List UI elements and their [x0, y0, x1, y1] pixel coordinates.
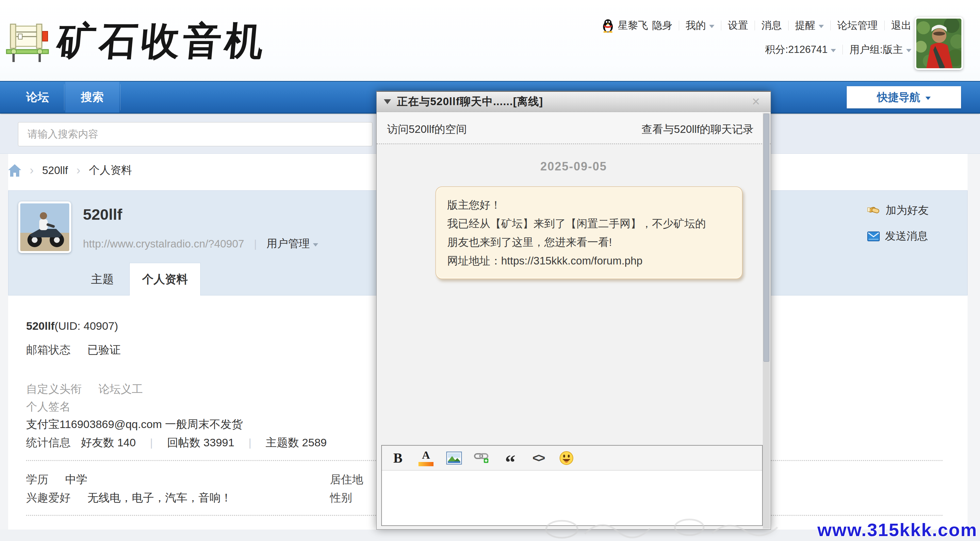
breadcrumb-separator: › — [76, 163, 80, 177]
user-avatar-photo[interactable] — [915, 17, 963, 70]
chevron-down-icon — [819, 25, 824, 28]
quote-button[interactable]: “ — [503, 449, 518, 467]
profile-url-link[interactable]: http://www.crystalradio.cn/?40907 — [83, 238, 244, 250]
uid-username: 520llf — [26, 320, 54, 332]
signature-label-row: 个人签名 — [26, 399, 70, 414]
chat-date: 2025-09-05 — [377, 160, 771, 173]
stats-threads[interactable]: 主题数 2589 — [266, 436, 327, 449]
tab-threads[interactable]: 主题 — [75, 263, 129, 295]
usergroup-dropdown[interactable]: 用户组: 版主 — [843, 43, 912, 57]
stats-friends[interactable]: 好友数 140 — [81, 436, 135, 449]
hobby-label: 兴趣爱好 — [26, 491, 70, 504]
menu-logout[interactable]: 退出 — [885, 19, 912, 32]
nav-divider — [64, 84, 64, 110]
chevron-down-icon — [906, 49, 912, 52]
nav-tab-search[interactable]: 搜索 — [65, 82, 119, 113]
education-value: 中学 — [65, 473, 87, 485]
insert-image-button[interactable] — [447, 449, 461, 467]
home-icon[interactable] — [8, 164, 21, 177]
chat-dialog-subheader: 访问520llf的空间 查看与520llf的聊天记录 — [377, 113, 771, 144]
stats-row: 统计信息 好友数 140 | 回帖数 33991 | 主题数 2589 — [26, 435, 327, 450]
dialog-scrollbar-thumb[interactable] — [764, 114, 769, 362]
code-icon: <> — [533, 451, 544, 465]
breadcrumb-section: 个人资料 — [89, 163, 132, 178]
nav-divider — [120, 84, 121, 110]
hobby-value: 无线电，电子，汽车，音响！ — [87, 491, 232, 504]
uid-row: 520llf(UID: 40907) — [26, 320, 118, 332]
search-input[interactable] — [18, 122, 372, 146]
image-icon — [446, 452, 462, 465]
menu-forum-admin[interactable]: 论坛管理 — [831, 19, 884, 32]
send-message-button[interactable]: 发送消息 — [867, 229, 929, 244]
chat-message-line: 版主您好！ — [447, 195, 731, 214]
font-color-icon: A — [422, 450, 430, 461]
nav-tab-forum[interactable]: 论坛 — [13, 82, 62, 113]
user-manage-dropdown[interactable]: 用户管理 — [267, 236, 318, 251]
user-menu-row: 星黎飞 隐身 我的 设置 消息 提醒 论坛管理 退出 — [595, 17, 912, 34]
profile-username: 520llf — [83, 205, 122, 223]
site-title: 矿石收音机 — [56, 20, 268, 62]
menu-alerts[interactable]: 提醒 — [789, 19, 830, 32]
visit-space-link[interactable]: 访问520llf的空间 — [387, 122, 467, 137]
tab-profile[interactable]: 个人资料 — [129, 263, 200, 295]
smiley-button[interactable] — [559, 449, 574, 467]
email-status-label: 邮箱状态 — [26, 343, 70, 356]
menu-my[interactable]: 我的 — [679, 19, 721, 32]
menu-settings[interactable]: 设置 — [721, 19, 755, 32]
residence-row: 居住地 — [330, 472, 377, 487]
usergroup-value: 版主 — [883, 43, 903, 57]
add-friend-label: 加为好友 — [886, 203, 929, 218]
smiley-icon — [559, 451, 574, 465]
email-status-value: 已验证 — [87, 343, 121, 356]
profile-avatar[interactable] — [18, 201, 71, 253]
education-label: 学历 — [26, 473, 48, 485]
chevron-down-icon — [709, 25, 714, 28]
residence-label: 居住地 — [330, 473, 363, 485]
points-value: 2126741 — [788, 44, 828, 56]
link-icon — [474, 451, 490, 465]
divider: | — [248, 436, 251, 449]
gender-label: 性别 — [330, 491, 352, 504]
qq-penguin-icon — [602, 18, 614, 33]
collapse-arrow-icon[interactable] — [384, 99, 391, 104]
add-friend-button[interactable]: 加为好友 — [867, 203, 929, 218]
quick-nav-button[interactable]: 快捷导航 — [847, 86, 961, 108]
send-message-label: 发送消息 — [885, 229, 928, 244]
hobby-row: 兴趣爱好 无线电，电子，汽车，音响！ — [26, 490, 232, 505]
code-button[interactable]: <> — [531, 449, 546, 467]
quote-icon: “ — [505, 449, 515, 467]
chevron-down-icon — [831, 49, 836, 52]
chat-message-bubble: 版主您好！ 我已经从【矿坛】来到了【闲置二手网】，不少矿坛的 朋友也来到了这里，… — [436, 186, 743, 279]
bold-button[interactable]: B — [390, 449, 406, 467]
signature-value-row: 支付宝116903869@qq.com 一般周末不发货 — [26, 417, 243, 432]
handshake-icon — [867, 205, 880, 216]
stats-replies[interactable]: 回帖数 33991 — [167, 436, 234, 449]
crystal-radio-logo-icon — [6, 20, 52, 65]
view-chat-history-link[interactable]: 查看与520llf的聊天记录 — [641, 122, 754, 137]
breadcrumb-separator: › — [30, 163, 33, 177]
font-color-button[interactable]: A — [418, 449, 433, 467]
chat-dialog-title: 正在与520llf聊天中......[离线] — [397, 94, 543, 109]
user-visibility-status: 隐身 — [652, 19, 672, 32]
editor-toolbar: B A — [382, 446, 762, 471]
qq-status-link[interactable]: 星黎飞 隐身 — [595, 18, 679, 33]
custom-title-value: 论坛义工 — [98, 382, 143, 395]
dialog-scrollbar[interactable] — [763, 113, 770, 528]
envelope-icon — [867, 232, 880, 241]
points-dropdown[interactable]: 积分: 2126741 — [759, 43, 843, 57]
custom-title-row: 自定义头衔 论坛义工 — [26, 382, 143, 397]
education-row: 学历 中学 — [26, 472, 87, 487]
site-logo[interactable]: 矿石收音机 WWW.CRYSTALRADIO.CN — [6, 20, 267, 65]
chevron-down-icon — [926, 97, 931, 100]
profile-url-row: http://www.crystalradio.cn/?40907 | 用户管理 — [83, 236, 318, 251]
chat-dialog-titlebar[interactable]: 正在与520llf聊天中......[离线] × — [377, 91, 771, 112]
email-status-row: 邮箱状态 已验证 — [26, 343, 121, 357]
insert-link-button[interactable] — [475, 449, 490, 467]
logged-in-username: 星黎飞 — [618, 19, 648, 32]
breadcrumb-user[interactable]: 520llf — [42, 164, 68, 177]
profile-tabs: 主题 个人资料 — [75, 263, 200, 295]
close-icon[interactable]: × — [748, 94, 764, 109]
signature-label: 个人签名 — [26, 400, 70, 412]
gender-row: 性别 — [330, 490, 366, 505]
menu-messages[interactable]: 消息 — [755, 19, 788, 32]
